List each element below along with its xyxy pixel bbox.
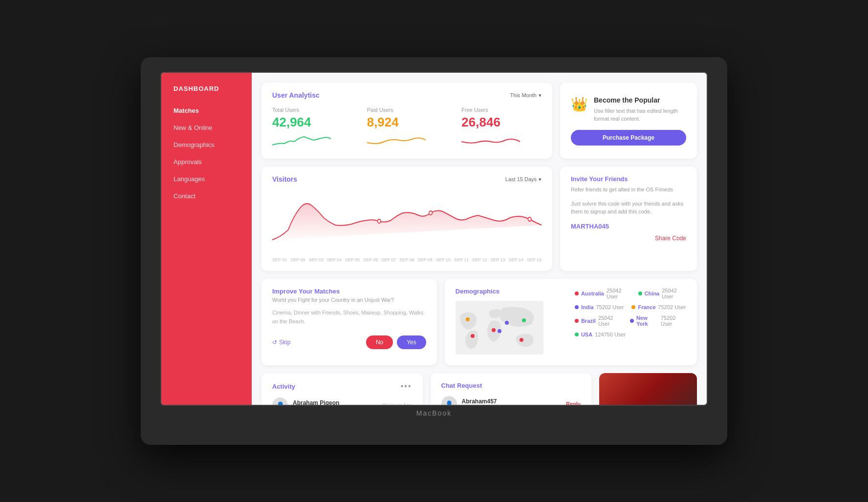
svg-point-7 — [466, 317, 470, 321]
visitors-chart — [272, 191, 542, 254]
analytics-filter-button[interactable]: This Month ▾ — [510, 92, 542, 99]
promo-text: Become the Popular Use filler text that … — [594, 96, 686, 130]
promo-title: Become the Popular — [594, 96, 686, 104]
stats-row: Total Users 42,964 — [272, 107, 542, 150]
purchase-button[interactable]: Purchase Package — [571, 130, 686, 146]
skip-button[interactable]: ↺ Skip — [272, 339, 290, 346]
sidebar-item-approvals[interactable]: Approvals — [161, 153, 252, 170]
bottom-row: Activity ••• 👤 Abraham Pigeon Is Now fol… — [261, 373, 697, 405]
more-options-icon[interactable]: ••• — [401, 382, 412, 391]
chat-avatar-0: 👤 — [441, 396, 457, 405]
india-dot — [575, 305, 579, 309]
demo-item-china: China 25042 User — [638, 288, 686, 299]
promo-description: Use filler text that has edited length f… — [594, 107, 686, 123]
avatar-abraham-pigeon: 👤 — [272, 397, 288, 405]
activity-time-0: 02 Hours Ago — [382, 403, 412, 405]
sidebar-title: DASHBOARD — [161, 85, 252, 102]
total-users-value: 42,964 — [272, 115, 352, 130]
matches-tags: Cinema, Dinner with Friends, Shoes, Make… — [272, 309, 426, 326]
work-at-dating-card[interactable]: Work at Dating Fight for your Country in… — [599, 373, 697, 405]
sidebar-item-demographics[interactable]: Demographics — [161, 136, 252, 153]
paid-users-stat: Paid Users 8,924 — [367, 107, 447, 150]
no-button[interactable]: No — [366, 335, 393, 349]
share-code-link[interactable]: Share Code — [571, 235, 686, 242]
demo-row-1: Australia 25042 User China 25042 User — [575, 288, 686, 299]
sidebar-item-new-online[interactable]: New & Online — [161, 119, 252, 136]
paid-users-label: Paid Users — [367, 107, 447, 113]
middle-row: Improve Your Matches World you Fight for… — [261, 279, 697, 365]
analytics-card: User Analytisc This Month ▾ Total Users … — [261, 83, 552, 159]
activity-name-0: Abraham Pigeon — [293, 399, 377, 405]
svg-point-4 — [522, 318, 526, 322]
chart-labels: SEP 01 SEP 09 SEP 03 SEP 04 SEP 05 SEP 0… — [272, 257, 542, 262]
svg-point-6 — [471, 334, 475, 338]
chevron-down-icon: ▾ — [539, 176, 542, 183]
chat-request-title: Chat Request — [441, 382, 581, 389]
svg-point-1 — [429, 211, 432, 215]
demo-item-india: India 75202 User — [575, 304, 624, 310]
chevron-down-icon: ▾ — [539, 92, 542, 99]
svg-point-5 — [505, 321, 509, 325]
promo-card: 👑 Become the Popular Use filler text tha… — [560, 83, 697, 159]
svg-point-9 — [520, 338, 523, 342]
demo-row-4: USA 124750 User — [575, 332, 686, 337]
svg-point-10 — [498, 329, 501, 333]
action-buttons: No Yes — [366, 335, 426, 349]
brazil-dot — [575, 319, 579, 323]
invite-code: MARTHA045 — [571, 223, 686, 230]
paid-users-chart — [367, 133, 447, 150]
svg-point-2 — [528, 217, 531, 221]
free-users-label: Free Users — [461, 107, 542, 113]
sidebar-item-languages[interactable]: Languages — [161, 170, 252, 188]
total-users-chart — [272, 133, 352, 150]
demo-item-newyork: New York 75202 User — [630, 315, 686, 327]
china-dot — [638, 292, 642, 295]
sidebar: DASHBOARD Matches New & Online Demograph… — [161, 73, 252, 405]
macbook-label: MacBook — [160, 406, 708, 420]
activity-header: Activity ••• — [272, 382, 412, 391]
activity-info-0: Abraham Pigeon Is Now following You. — [293, 399, 377, 405]
visitors-card: Visitors Last 15 Days ▾ — [261, 167, 552, 271]
demo-item-france: France 75202 User — [631, 304, 686, 310]
sidebar-item-contact[interactable]: Contact — [161, 188, 252, 205]
invite-description: Refer friends to get alted in the OS Fri… — [571, 186, 686, 194]
main-content: User Analytisc This Month ▾ Total Users … — [252, 73, 707, 405]
work-background: Work at Dating Fight for your Country in… — [599, 373, 697, 405]
demo-row-3: Brazil 25042 User New York 75202 User — [575, 315, 686, 327]
demo-row-2: India 75202 User France 75202 User — [575, 304, 686, 310]
demographics-card: Demographics — [445, 279, 697, 365]
crown-icon: 👑 — [571, 96, 588, 112]
france-dot — [631, 305, 635, 309]
invite-instruction: Just solvre this code with your friends … — [571, 200, 686, 216]
matches-actions: ↺ Skip No Yes — [272, 335, 426, 349]
top-row: User Analytisc This Month ▾ Total Users … — [261, 83, 697, 159]
demographics-title: Demographics — [456, 288, 567, 295]
invite-card: Invite Your Friends Refer friends to get… — [560, 167, 697, 271]
yes-button[interactable]: Yes — [397, 335, 426, 349]
chat-name-0: Abraham457 — [462, 398, 562, 405]
chat-request-card: Chat Request 👤 Abraham457 Looking for pr… — [431, 373, 592, 405]
sidebar-item-matches[interactable]: Matches — [161, 102, 252, 119]
chat-info-0: Abraham457 Looking for projects .. — [462, 398, 562, 405]
usa-dot — [575, 333, 579, 336]
svg-point-8 — [492, 328, 496, 332]
demographics-content: Demographics — [456, 288, 567, 356]
chat-desc-0: Looking for projects .. — [462, 405, 562, 405]
total-users-stat: Total Users 42,964 — [272, 107, 352, 150]
matches-title: Improve Your Matches — [272, 288, 426, 295]
reply-button-0[interactable]: Reply — [566, 401, 581, 405]
visitors-filter-button[interactable]: Last 15 Days ▾ — [505, 176, 542, 183]
chat-item-0: 👤 Abraham457 Looking for projects .. Rep… — [441, 396, 581, 405]
newyork-dot — [630, 319, 634, 323]
visitors-header: Visitors Last 15 Days ▾ — [272, 175, 542, 183]
free-users-value: 26,846 — [461, 115, 542, 130]
visitors-row: Visitors Last 15 Days ▾ — [261, 167, 697, 271]
activity-item-0: 👤 Abraham Pigeon Is Now following You. 0… — [272, 397, 412, 405]
activity-title: Activity — [272, 383, 295, 390]
promo-inner: 👑 Become the Popular Use filler text tha… — [571, 96, 686, 130]
activity-card: Activity ••• 👤 Abraham Pigeon Is Now fol… — [261, 373, 423, 405]
invite-title: Invite Your Friends — [571, 175, 686, 183]
world-map-svg — [456, 301, 543, 355]
demo-item-usa: USA 124750 User — [575, 332, 626, 337]
demo-item-brazil: Brazil 25042 User — [575, 315, 622, 327]
